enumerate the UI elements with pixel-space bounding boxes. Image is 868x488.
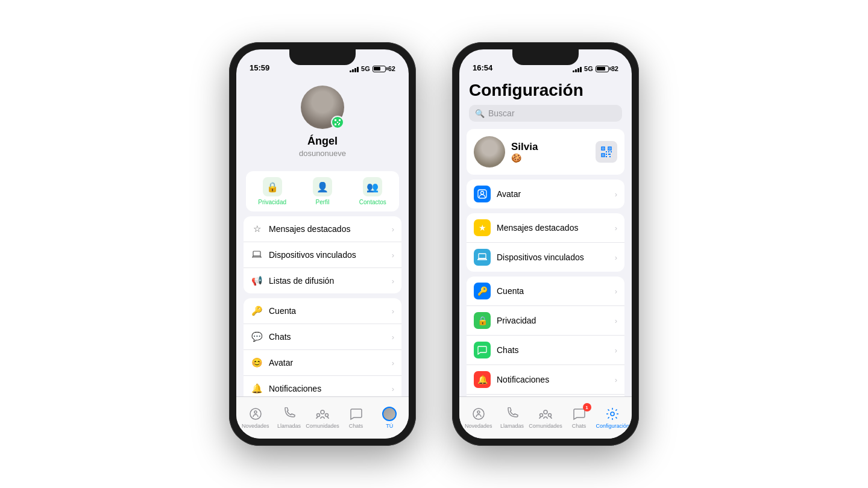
p2-search[interactable]: 🔍 Buscar — [469, 105, 622, 122]
user-name-1: Ángel — [307, 135, 338, 148]
menu-mensajes-2[interactable]: ★ Mensajes destacados › — [467, 213, 624, 243]
menu-label-avatar: Avatar — [269, 358, 386, 368]
nav-chats-1[interactable]: Chats — [339, 407, 373, 429]
nav-novedades-1[interactable]: Novedades — [239, 407, 272, 429]
notch-2 — [512, 49, 579, 65]
nav-chats-2[interactable]: Chats — [562, 407, 596, 429]
nav-label-novedades-2: Novedades — [465, 423, 492, 429]
p2-header: Configuración 🔍 Buscar — [459, 76, 632, 129]
nav-llamadas-2[interactable]: Llamadas — [495, 407, 529, 429]
menu-cuenta-2[interactable]: 🔑 Cuenta › — [467, 277, 624, 306]
menu-section-1a: ☆ Mensajes destacados › Dispositivos vin… — [244, 216, 401, 293]
qa-label-perfil: Perfil — [316, 199, 330, 205]
avatar-wrap-1[interactable] — [301, 86, 344, 129]
calls-icon-2 — [505, 407, 519, 421]
signal-bars-1 — [350, 66, 359, 72]
menu-chats-2[interactable]: Chats › — [467, 336, 624, 365]
user-name-2: Silvia — [511, 141, 538, 153]
menu-privacidad-2[interactable]: 🔒 Privacidad › — [467, 306, 624, 336]
qr-btn-2[interactable] — [596, 141, 617, 163]
chevron-icon: › — [392, 251, 394, 260]
chevron-icon: › — [615, 190, 617, 199]
svg-rect-2 — [335, 124, 336, 125]
profile-nav-icon — [382, 407, 397, 421]
menu-label-mensajes: Mensajes destacados — [269, 224, 386, 234]
svg-rect-4 — [339, 123, 340, 124]
avatar-icon: 😊 — [251, 357, 263, 369]
qa-label-contactos: Contactos — [359, 199, 386, 205]
menu-listas-difusion[interactable]: 📢 Listas de difusión › — [244, 268, 401, 293]
menu-label-notificaciones-2: Notificaciones — [497, 375, 609, 384]
star-icon-badge: ★ — [474, 219, 491, 236]
notif-icon-badge: 🔔 — [474, 371, 491, 388]
svg-rect-20 — [611, 151, 612, 152]
privacy-icon-badge: 🔒 — [474, 312, 491, 329]
svg-rect-21 — [606, 154, 607, 155]
menu-avatar-2[interactable]: Avatar › — [467, 180, 624, 208]
qa-perfil[interactable]: 👤 Perfil — [300, 177, 345, 205]
menu-label-dispositivos: Dispositivos vinculados — [269, 250, 386, 260]
bottom-nav-1: Novedades Llamadas — [236, 396, 409, 439]
chevron-icon: › — [392, 333, 394, 342]
menu-section-1b: 🔑 Cuenta › 💬 Chats › 😊 Avatar › — [244, 298, 401, 396]
bottom-nav-2: Novedades Llamadas — [459, 396, 632, 439]
svg-point-29 — [477, 411, 480, 413]
menu-chats[interactable]: 💬 Chats › — [244, 324, 401, 350]
menu-dispositivos-2[interactable]: Dispositivos vinculados › — [467, 243, 624, 272]
status-time-1: 15:59 — [250, 63, 269, 72]
svg-rect-6 — [253, 251, 260, 256]
menu-section-2c: 🔑 Cuenta › 🔒 Privacidad › — [467, 277, 624, 396]
search-placeholder-2: Buscar — [488, 108, 515, 118]
svg-rect-0 — [335, 119, 336, 121]
menu-avatar[interactable]: 😊 Avatar › — [244, 350, 401, 376]
svg-point-32 — [548, 414, 551, 417]
key-icon-badge: 🔑 — [474, 283, 491, 299]
chevron-icon: › — [615, 316, 617, 325]
nav-label-llamadas-1: Llamadas — [277, 423, 301, 429]
menu-notificaciones-2[interactable]: 🔔 Notificaciones › — [467, 365, 624, 395]
menu-notificaciones[interactable]: 🔔 Notificaciones › — [244, 376, 401, 396]
key-icon: 🔑 — [251, 305, 263, 317]
svg-point-33 — [611, 412, 614, 416]
svg-point-26 — [481, 192, 484, 195]
nav-tu-1[interactable]: TÚ — [373, 407, 406, 429]
menu-dispositivos-vinculados[interactable]: Dispositivos vinculados › — [244, 242, 401, 268]
menu-scroll-2: Silvia 🍪 — [459, 129, 632, 396]
menu-cuenta[interactable]: 🔑 Cuenta › — [244, 298, 401, 324]
menu-section-2b: ★ Mensajes destacados › Dispositivos vi — [467, 213, 624, 272]
nav-llamadas-1[interactable]: Llamadas — [272, 407, 306, 429]
chats-icon — [349, 407, 363, 421]
broadcast-icon: 📢 — [251, 275, 263, 287]
qa-icon-contactos: 👥 — [363, 177, 382, 196]
qa-contactos[interactable]: 👥 Contactos — [350, 177, 395, 205]
svg-rect-5 — [338, 124, 339, 125]
chevron-icon: › — [392, 358, 394, 368]
qr-badge-1[interactable] — [331, 116, 344, 129]
svg-point-28 — [473, 408, 484, 419]
menu-label-avatar-2: Avatar — [497, 189, 609, 199]
svg-point-8 — [254, 411, 257, 413]
battery-pct-2: 82 — [611, 65, 618, 72]
chevron-icon: › — [392, 277, 394, 286]
chevron-icon: › — [615, 287, 617, 296]
user-username-1: dosunonueve — [299, 149, 346, 158]
settings-icon-2 — [605, 407, 620, 421]
profile-card-2[interactable]: Silvia 🍪 — [467, 129, 624, 175]
calls-icon — [281, 407, 296, 421]
menu-mensajes-destacados[interactable]: ☆ Mensajes destacados › — [244, 216, 401, 242]
nav-configuracion-2[interactable]: Configuración — [596, 407, 629, 429]
qa-privacidad[interactable]: 🔒 Privacidad — [250, 177, 295, 205]
nav-novedades-2[interactable]: Novedades — [462, 407, 495, 429]
battery-fill-2 — [597, 67, 605, 70]
nav-comunidades-2[interactable]: Comunidades — [529, 407, 562, 429]
search-icon-2: 🔍 — [475, 109, 485, 118]
battery-pct-1: 62 — [388, 65, 395, 72]
communities-icon — [315, 407, 330, 421]
nav-label-llamadas-2: Llamadas — [500, 423, 524, 429]
chats-icon-badge — [474, 342, 491, 358]
svg-rect-27 — [479, 254, 486, 258]
laptop-icon — [251, 249, 263, 261]
nav-comunidades-1[interactable]: Comunidades — [306, 407, 339, 429]
chat-icon: 💬 — [251, 331, 263, 343]
svg-rect-24 — [609, 156, 611, 157]
